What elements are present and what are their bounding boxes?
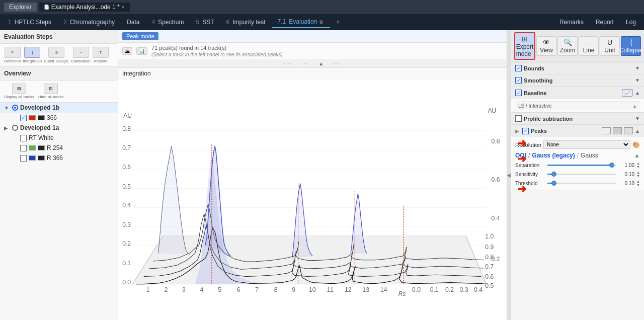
evaluation-delete-icon[interactable]: 🗑 — [319, 19, 324, 25]
radio-1a[interactable] — [12, 125, 18, 131]
checkbox-r366[interactable] — [20, 155, 27, 162]
nav-spectrum[interactable]: 4 Spectrum — [145, 17, 190, 28]
svg-text:0.1: 0.1 — [122, 260, 131, 267]
threshold-slider[interactable] — [547, 183, 616, 184]
eval-step-results[interactable]: T Results — [93, 47, 109, 63]
sensitivity-spinner[interactable]: ▲▼ — [636, 171, 640, 178]
resolution-icon[interactable]: 🎨 — [632, 141, 640, 148]
collapse-handle[interactable]: ◀ — [507, 30, 511, 320]
eval-step-subst[interactable]: S Subst. assign. — [44, 47, 69, 63]
checkbox-rt-white[interactable] — [20, 135, 27, 141]
resolution-select[interactable]: None — [543, 140, 630, 149]
peak-color-btn1[interactable] — [602, 127, 611, 134]
svg-text:AU: AU — [488, 107, 496, 114]
expand-1a-icon[interactable]: ▶ — [4, 125, 10, 131]
analysis-tab[interactable]: 📄 Example Analysi...ode 1 * × — [39, 3, 130, 12]
bounds-checkbox[interactable]: ✓ — [515, 65, 522, 71]
hide-all-tracks[interactable]: ⊟ Hide all tracks — [38, 84, 63, 99]
sensitivity-slider[interactable] — [547, 174, 616, 175]
svg-text:0.8: 0.8 — [492, 138, 500, 145]
bounds-collapse-icon[interactable]: ▼ — [635, 65, 640, 71]
file-icon: 📄 — [44, 5, 49, 10]
main-layout: Evaluation Steps ≡ Definition ∫ Integrat… — [0, 30, 644, 320]
expand-1b-icon[interactable]: ▼ — [4, 105, 10, 111]
eval-step-calibration[interactable]: ~ Calibration — [71, 47, 90, 63]
expert-mode-button[interactable]: ⊞ Expert mode — [514, 32, 535, 60]
baseline-checkbox[interactable]: ✓ — [515, 90, 522, 96]
svg-text:6: 6 — [237, 286, 240, 293]
nav-log[interactable]: Log — [620, 17, 642, 28]
smoothing-collapse-icon[interactable]: ▼ — [635, 77, 640, 83]
peaks-header[interactable]: ▶ ✓ Peaks ▲ — [511, 125, 644, 137]
right-toolbar: ⊞ Expert mode 👁 View 🔍 Zoom — Line U Uni… — [511, 30, 644, 62]
tree-1b-children: ✓ 366 — [8, 113, 118, 123]
svg-text:1.0: 1.0 — [485, 233, 494, 240]
peak-icon-btn1[interactable]: ⛰ — [122, 47, 132, 55]
toolbar-dots-left: ··· — [284, 61, 291, 66]
svg-text:9: 9 — [292, 286, 295, 293]
nav-remarks[interactable]: Remarks — [553, 17, 590, 28]
smoothing-checkbox[interactable]: ✓ — [515, 77, 522, 84]
peaks-checkbox[interactable]: ✓ — [522, 128, 529, 134]
svg-text:0.7: 0.7 — [122, 144, 131, 151]
baseline-collapse-icon[interactable]: ▲ — [635, 90, 640, 96]
svg-text:0.4: 0.4 — [492, 215, 500, 222]
nav-report[interactable]: Report — [590, 17, 620, 28]
checkbox-366[interactable]: ✓ — [20, 115, 27, 121]
peak-icon-btn2[interactable]: 📊 — [136, 47, 147, 55]
view-button[interactable]: 👁 View — [536, 36, 556, 56]
unit-button[interactable]: U Unit — [600, 36, 620, 56]
select-hint-text: (Select a track in the left panel to see… — [151, 52, 283, 57]
smoothing-header[interactable]: ✓ Smoothing ▼ — [511, 74, 644, 86]
nav-data[interactable]: Data — [121, 17, 145, 28]
tree-r366[interactable]: R 366 — [8, 153, 118, 163]
center-panel: Peak mode ⛰ 📊 71 peak(s) found in 14 tra… — [118, 30, 507, 320]
color-swatch-r366-black — [38, 155, 45, 161]
line-button[interactable]: — Line — [579, 36, 599, 56]
expand-peaks-icon[interactable]: ▶ — [515, 128, 519, 134]
svg-text:10: 10 — [309, 286, 316, 293]
peak-mode-button[interactable]: Peak mode — [122, 32, 158, 40]
peaks-collapse-icon[interactable]: ▲ — [635, 128, 640, 134]
nav-sst[interactable]: 5 SST — [190, 17, 220, 28]
svg-text:7: 7 — [255, 286, 259, 293]
profile-subtraction-header[interactable]: Profile subtraction ▼ — [511, 113, 644, 124]
radio-1b[interactable] — [12, 105, 18, 111]
svg-text:0.0: 0.0 — [412, 286, 421, 293]
threshold-spinner[interactable]: ▲▼ — [636, 180, 640, 187]
tree-rt-white[interactable]: RT White — [8, 133, 118, 143]
zoom-icon: 🔍 — [564, 38, 572, 46]
peak-color-btn3[interactable] — [624, 127, 633, 134]
nav-impurity[interactable]: 6 Impurity test — [220, 17, 272, 28]
separation-slider[interactable] — [547, 165, 616, 166]
bounds-header[interactable]: ✓ Bounds ▼ — [511, 62, 644, 74]
tree-366[interactable]: ✓ 366 — [8, 113, 118, 123]
baseline-header[interactable]: ✓ Baseline 📈 ▲ — [511, 87, 644, 99]
baseline-chart-button[interactable]: 📈 — [622, 89, 633, 97]
tree-group-developed1b[interactable]: ▼ Developed 1b — [0, 103, 118, 113]
toolbar-arrow-up[interactable]: ▲ — [318, 61, 324, 66]
explorer-tab[interactable]: Explorer — [4, 3, 37, 12]
zoom-button[interactable]: 🔍 Zoom — [557, 36, 578, 56]
integration-icon: ∫ — [24, 47, 40, 58]
nav-chromatography[interactable]: 2 Chromatography — [57, 17, 121, 28]
profile-subtraction-checkbox[interactable] — [515, 115, 522, 122]
oqi-collapse-icon[interactable]: ▲ — [634, 152, 640, 159]
display-all-tracks[interactable]: ⊞ Display all tracks — [4, 84, 34, 99]
profile-collapse-icon[interactable]: ▼ — [635, 116, 640, 121]
tree-group-developed1a[interactable]: ▶ Developed 1a — [0, 123, 118, 133]
nav-hptlc-steps[interactable]: 1 HPTLC Steps — [2, 17, 57, 28]
collapse-button[interactable]: ⟨ Collapse — [621, 36, 641, 56]
close-tab-icon[interactable]: × — [122, 5, 125, 10]
separation-spinner[interactable]: ▲▼ — [636, 162, 640, 169]
nav-add[interactable]: + — [330, 17, 346, 28]
eval-step-definition[interactable]: ≡ Definition — [4, 47, 21, 63]
sensitivity-row: Sensitivity 0.10 ▲▼ — [515, 170, 640, 179]
tree-r254[interactable]: R 254 — [8, 143, 118, 153]
nav-evaluation[interactable]: 7.1 Evaluation 🗑 — [272, 16, 331, 28]
eval-step-integration[interactable]: ∫ Integration — [23, 47, 42, 63]
peak-color-btn2[interactable] — [613, 127, 622, 134]
svg-text:0.4: 0.4 — [122, 202, 131, 209]
checkbox-r254[interactable] — [20, 145, 27, 151]
baseline-sub-collapse[interactable]: ▲ — [632, 104, 637, 109]
